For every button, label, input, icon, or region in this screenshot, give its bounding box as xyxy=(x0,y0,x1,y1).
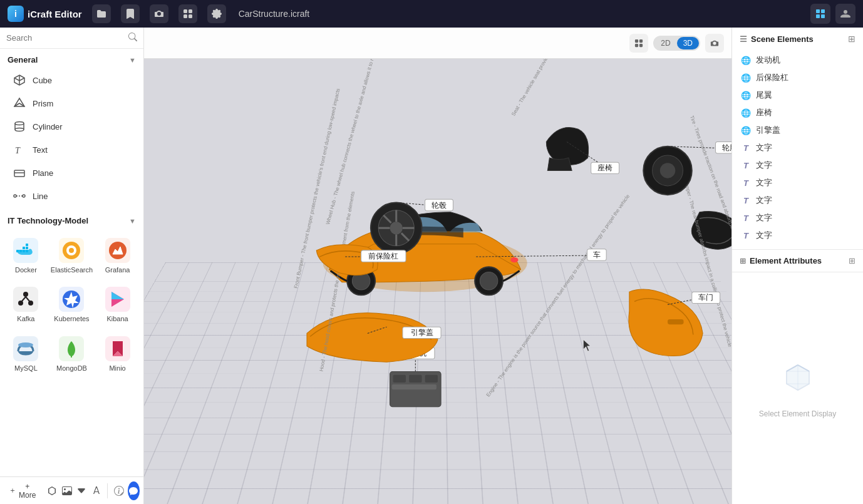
it-grid: Docker ElasticSearch Grafana xyxy=(0,229,143,381)
mongodb-item[interactable]: MongoDB xyxy=(48,331,95,378)
svg-line-77 xyxy=(396,202,435,205)
svg-point-70 xyxy=(390,222,403,234)
text-item-4[interactable]: T 文字 xyxy=(732,192,863,209)
logo-icon: i xyxy=(8,6,24,22)
3d-canvas[interactable]: 发动机 Engine - The engine is the power sou… xyxy=(144,59,731,504)
mysql-icon xyxy=(13,336,38,361)
svg-point-20 xyxy=(69,248,74,253)
snapshot-button[interactable] xyxy=(705,34,724,53)
svg-line-45 xyxy=(728,193,731,222)
search-button[interactable] xyxy=(128,33,137,43)
kubernetes-item[interactable]: Kubernetes xyxy=(48,282,95,328)
text-item-6[interactable]: T 文字 xyxy=(732,227,863,244)
svg-point-4 xyxy=(844,10,847,14)
layout-icon-btn[interactable] xyxy=(810,4,830,24)
prism-item[interactable]: Prism xyxy=(4,92,140,115)
text-item-3[interactable]: T 文字 xyxy=(732,174,863,192)
chat-button[interactable] xyxy=(128,481,140,500)
grid-button[interactable] xyxy=(178,4,197,23)
cube-label: Cube xyxy=(33,76,52,85)
svg-point-6 xyxy=(15,128,24,131)
it-chevron-icon: ▼ xyxy=(129,217,136,225)
text-item-2[interactable]: T 文字 xyxy=(732,157,863,174)
mysql-item[interactable]: MySQL xyxy=(6,331,46,378)
right-panel: ☰ Scene Elements ⊞ 🌐 发动机 🌐 后保险杠 🌐 尾翼 xyxy=(731,28,863,504)
text-item-1[interactable]: T 文字 xyxy=(732,139,863,157)
settings-button[interactable] xyxy=(207,4,226,23)
kafka-item[interactable]: Kafka xyxy=(6,282,46,328)
camera-button[interactable] xyxy=(150,4,168,23)
docker-item[interactable]: Docker xyxy=(6,233,46,279)
plane-icon xyxy=(13,166,26,180)
scene-expand-icon[interactable]: ⊞ xyxy=(848,34,855,44)
svg-point-57 xyxy=(643,147,691,195)
3d-mode-button[interactable]: 3D xyxy=(677,37,699,49)
wheel-hub-part[interactable]: 轮毂 Wheel Hub - The wheel hub connects th… xyxy=(325,59,453,254)
2d-mode-button[interactable]: 2D xyxy=(654,37,676,49)
svg-rect-78 xyxy=(425,199,453,210)
text-toolbar-button[interactable] xyxy=(90,481,103,500)
account-icon-btn[interactable] xyxy=(835,4,855,24)
cylinder-label: Cylinder xyxy=(33,122,63,131)
main-layout: General ▼ Cube xyxy=(0,28,863,504)
svg-text:Seat - The vehicle seat provid: Seat - The vehicle seat provides a comfo… xyxy=(510,59,619,117)
bottom-toolbar: ＋ + More xyxy=(0,476,143,504)
svg-text:前保险杠: 前保险杠 xyxy=(368,252,398,260)
it-title: IT Technology-Model xyxy=(8,216,88,225)
view-mode-toggle: 2D 3D xyxy=(653,36,700,51)
grafana-item[interactable]: Grafana xyxy=(98,233,137,279)
scene-label-rear-bumper: 后保险杠 xyxy=(756,72,788,83)
text-item-5[interactable]: T 文字 xyxy=(732,209,863,227)
info-button[interactable] xyxy=(113,481,125,500)
car-label[interactable]: 车 xyxy=(476,249,606,260)
bookmark-button[interactable] xyxy=(121,4,140,23)
scene-item-rear-bumper[interactable]: 🌐 后保险杠 xyxy=(732,69,863,86)
scene-item-engine[interactable]: 🌐 发动机 xyxy=(732,51,863,69)
kafka-label: Kafka xyxy=(17,314,34,323)
prism-label: Prism xyxy=(33,99,53,108)
svg-point-21 xyxy=(109,242,127,259)
svg-point-35 xyxy=(510,257,518,262)
expand-toolbar-button[interactable] xyxy=(75,481,88,500)
attrs-expand-icon[interactable]: ⊞ xyxy=(849,256,855,265)
seat-part[interactable]: 座椅 Seat - The vehicle seat provides a co… xyxy=(510,59,619,174)
cube-item[interactable]: Cube xyxy=(4,69,140,91)
minio-item[interactable]: Minio xyxy=(98,331,137,378)
general-section-header[interactable]: General ▼ xyxy=(0,49,143,68)
text-icon-2: T xyxy=(741,161,751,170)
cube-toolbar-button[interactable] xyxy=(46,481,58,500)
line-icon xyxy=(13,189,26,203)
app-name: iCraft Editor xyxy=(28,9,82,19)
kibana-item[interactable]: Kibana xyxy=(98,282,137,328)
canvas-toolbar: 2D 3D xyxy=(144,28,731,59)
text-icon-5: T xyxy=(741,213,751,223)
more-icon: ＋ xyxy=(9,485,16,496)
svg-rect-16 xyxy=(26,247,28,249)
scene-item-tail-wing[interactable]: 🌐 尾翼 xyxy=(732,86,863,104)
grid-view-button[interactable] xyxy=(629,34,648,53)
scene-item-seat[interactable]: 🌐 座椅 xyxy=(732,104,863,121)
more-button[interactable]: ＋ + More xyxy=(4,479,41,503)
plane-item[interactable]: Plane xyxy=(4,162,140,184)
svg-rect-15 xyxy=(23,247,25,249)
front-bumper-part[interactable]: 前保险杠 Front Bumper - The front bumper pro… xyxy=(293,88,406,289)
cube-icon xyxy=(13,73,26,87)
line-item[interactable]: Line xyxy=(4,185,140,207)
cylinder-item[interactable]: Cylinder xyxy=(4,115,140,138)
docker-label: Docker xyxy=(15,265,37,274)
scene-item-hood[interactable]: 🌐 引擎盖 xyxy=(732,121,863,139)
globe-icon-2: 🌐 xyxy=(741,73,751,83)
text-item[interactable]: T Text xyxy=(4,138,140,161)
svg-text:轮胎: 轮胎 xyxy=(722,143,731,152)
search-input[interactable] xyxy=(6,33,125,43)
attrs-icon: ⊞ xyxy=(740,257,746,265)
svg-line-60 xyxy=(668,147,722,148)
image-toolbar-button[interactable] xyxy=(61,481,73,500)
elasticsearch-item[interactable]: ElasticSearch xyxy=(48,233,95,279)
search-bar xyxy=(0,28,143,49)
cylinder-icon xyxy=(13,120,26,133)
scene-label-hood: 引擎盖 xyxy=(756,125,780,136)
open-folder-button[interactable] xyxy=(92,4,111,23)
it-section-header[interactable]: IT Technology-Model ▼ xyxy=(0,210,143,229)
prism-icon xyxy=(13,96,26,110)
